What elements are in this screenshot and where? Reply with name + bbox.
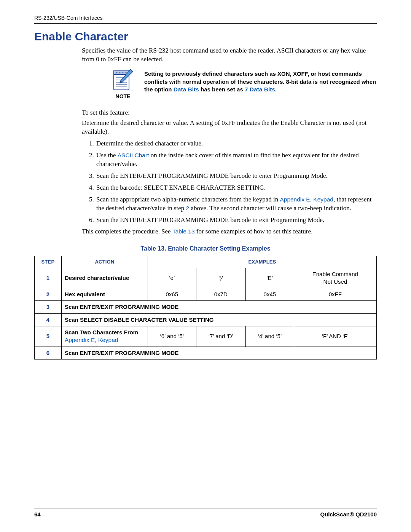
r1-c2: ‘}’ <box>196 268 246 288</box>
step-3: Scan the ENTER/EXIT PROGRAMMING MODE bar… <box>96 172 377 181</box>
r1-action: Desired character/value <box>62 268 148 288</box>
product-name: QuickScan® QD2100 <box>320 511 377 518</box>
svg-point-2 <box>116 72 118 73</box>
r4-action: Scan SELECT DISABLE CHARACTER VALUE SETT… <box>62 313 377 326</box>
table-row-4: 4 Scan SELECT DISABLE CHARACTER VALUE SE… <box>35 313 377 326</box>
page-number: 64 <box>34 511 41 518</box>
r2-c3: 0x45 <box>246 288 294 301</box>
examples-table: STEP ACTION EXAMPLES 1 Desired character… <box>34 256 377 359</box>
r2-c1: 0x65 <box>148 288 196 301</box>
table-row-2: 2 Hex equivalent 0x65 0x7D 0x45 0xFF <box>35 288 377 301</box>
r5-c2: ‘7’ and ‘D’ <box>196 326 246 347</box>
step-1: Determine the desired character or value… <box>96 139 377 148</box>
r6-action: Scan ENTER/EXIT PROGRAMMING MODE <box>62 347 377 359</box>
lead-2: Determine the desired character or value… <box>82 119 377 136</box>
table-row-6: 6 Scan ENTER/EXIT PROGRAMMING MODE <box>35 347 377 359</box>
note-text-mid: has been set as <box>199 86 245 93</box>
r1-c3: ‘E’ <box>246 268 294 288</box>
closing-paragraph: This completes the procedure. See Table … <box>82 227 377 236</box>
r5-action: Scan Two Characters From Appendix E, Key… <box>62 326 148 347</box>
r3-step: 3 <box>35 301 62 313</box>
step-5-post: above. The second character will cause a… <box>189 204 351 212</box>
table-row-3: 3 Scan ENTER/EXIT PROGRAMMING MODE <box>35 301 377 313</box>
table-13-link[interactable]: Table 13 <box>172 228 195 235</box>
section-title: Enable Character <box>34 29 377 45</box>
svg-point-5 <box>126 72 127 73</box>
r5-action-line1: Scan Two Characters From <box>65 329 138 335</box>
r5-c1: ‘6’ and ‘5’ <box>148 326 196 347</box>
step-5-pre: Scan the appropriate two alpha-numeric c… <box>96 196 280 203</box>
r2-c4: 0xFF <box>294 288 376 301</box>
data-bits-link-2[interactable]: 7 Data Bits <box>245 86 275 93</box>
r3-action: Scan ENTER/EXIT PROGRAMMING MODE <box>62 301 377 313</box>
step-2-pre: Use the <box>96 152 118 159</box>
lead-1: To set this feature: <box>82 109 377 117</box>
note-text-post: . <box>275 86 277 93</box>
step-5: Scan the appropriate two alpha-numeric c… <box>96 195 377 213</box>
step-4: Scan the barcode: SELECT ENABLE CHARACTE… <box>96 184 377 192</box>
r1-step: 1 <box>35 268 62 288</box>
col-examples: EXAMPLES <box>148 256 377 268</box>
step-2-ref-link[interactable]: 2 <box>186 205 190 211</box>
note-block: NOTE Setting to previously defined chara… <box>82 68 377 100</box>
closing-pre: This completes the procedure. See <box>82 228 172 235</box>
r1-c4b: Not Used <box>323 278 347 285</box>
r1-c1: ‘e’ <box>148 268 196 288</box>
page-footer: 64 QuickScan® QD2100 <box>34 508 377 518</box>
table-row-5: 5 Scan Two Characters From Appendix E, K… <box>35 326 377 347</box>
ascii-chart-link[interactable]: ASCII Chart <box>118 152 149 158</box>
step-2: Use the ASCII Chart on the inside back c… <box>96 151 377 169</box>
header-rule <box>34 23 377 24</box>
steps-list: Determine the desired character or value… <box>82 139 377 225</box>
closing-post: for some examples of how to set this fea… <box>195 228 313 235</box>
data-bits-link-1[interactable]: Data Bits <box>174 86 199 93</box>
running-header: RS-232/USB-Com Interfaces <box>34 14 377 22</box>
svg-point-4 <box>123 72 124 73</box>
r2-step: 2 <box>35 288 62 301</box>
appendix-e-link[interactable]: Appendix E, Keypad <box>280 196 333 203</box>
col-action: ACTION <box>62 256 148 268</box>
note-text: Setting to previously defined characters… <box>144 70 377 93</box>
r1-c4: Enable Command Not Used <box>294 268 376 288</box>
r6-step: 6 <box>35 347 62 359</box>
notepad-icon <box>112 68 134 91</box>
r2-action: Hex equivalent <box>62 288 148 301</box>
table-caption: Table 13. Enable Character Setting Examp… <box>34 244 377 253</box>
r5-step: 5 <box>35 326 62 347</box>
note-label: NOTE <box>116 93 131 100</box>
r2-c2: 0x7D <box>196 288 246 301</box>
col-step: STEP <box>35 256 62 268</box>
intro-paragraph: Specifies the value of the RS-232 host c… <box>82 46 377 64</box>
r1-c4a: Enable Command <box>312 271 358 277</box>
svg-point-3 <box>119 72 121 73</box>
r5-c4: ‘F’ AND ‘F’ <box>294 326 376 347</box>
step-6: Scan the ENTER/EXIT PROGRAMMING MODE bar… <box>96 216 377 225</box>
table-row-1: 1 Desired character/value ‘e’ ‘}’ ‘E’ En… <box>35 268 377 288</box>
r4-step: 4 <box>35 313 62 326</box>
r5-action-link[interactable]: Appendix E, Keypad <box>65 337 118 343</box>
footer-rule <box>34 508 377 508</box>
r5-c3: ‘4’ and ‘5’ <box>246 326 294 347</box>
